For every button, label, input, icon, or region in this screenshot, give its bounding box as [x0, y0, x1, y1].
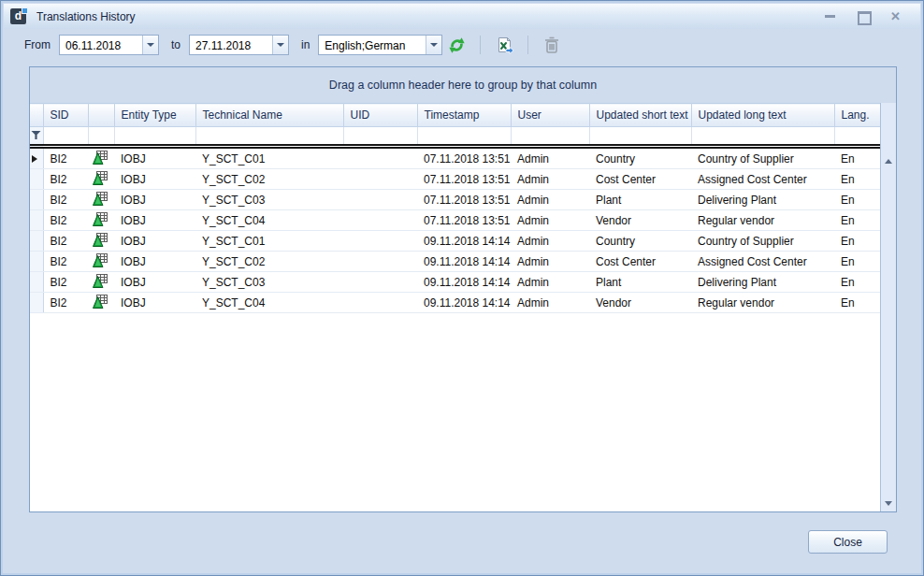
- row-indicator: [30, 147, 43, 169]
- export-to-excel-button[interactable]: [492, 34, 516, 56]
- minimize-button[interactable]: [824, 11, 836, 22]
- from-date-value[interactable]: 06.11.2018: [60, 36, 142, 54]
- infoobject-icon: [93, 273, 108, 289]
- cell-uid: [343, 293, 417, 313]
- cell-lang: En: [834, 231, 880, 252]
- cell-sid: BI2: [43, 272, 88, 293]
- filter-cell-entity-type[interactable]: [114, 127, 195, 147]
- cell-timestamp: 09.11.2018 14:14: [417, 231, 511, 252]
- language-dropdown-button[interactable]: [426, 36, 441, 54]
- column-header-icon[interactable]: [88, 104, 114, 127]
- cell-timestamp: 07.11.2018 13:51: [417, 169, 511, 190]
- to-date-value[interactable]: 27.11.2018: [190, 36, 272, 54]
- filter-cell-technical-name[interactable]: [195, 127, 343, 147]
- table-row[interactable]: BI2 IOBJY_SCT_C0407.11.2018 13:51AdminVe…: [30, 210, 880, 231]
- triangle-down-icon: [885, 501, 892, 510]
- title-bar: d Translations History ✕: [4, 4, 920, 29]
- cell-icon: [88, 293, 114, 313]
- vertical-scrollbar[interactable]: [880, 103, 896, 511]
- cell-icon: [88, 272, 114, 293]
- chevron-down-icon: [430, 43, 438, 50]
- column-header-uid[interactable]: UID: [343, 104, 417, 127]
- cell-timestamp: 07.11.2018 13:51: [417, 210, 511, 231]
- filter-cell-uid[interactable]: [343, 127, 417, 147]
- cell-technical-name: Y_SCT_C01: [195, 231, 343, 252]
- filter-funnel-icon: [31, 130, 41, 140]
- window-title: Translations History: [36, 10, 136, 23]
- cell-lang: En: [834, 210, 880, 231]
- scroll-up-button[interactable]: [881, 153, 896, 168]
- cell-long-text: Delivering Plant: [691, 272, 834, 293]
- column-header-updated-long-text[interactable]: Updated long text: [691, 104, 834, 127]
- close-window-button[interactable]: ✕: [889, 11, 902, 22]
- row-indicator: [30, 210, 43, 231]
- translations-grid: Drag a column header here to group by th…: [29, 66, 897, 512]
- refresh-button[interactable]: [444, 34, 469, 56]
- table-row[interactable]: BI2 IOBJY_SCT_C0309.11.2018 14:14AdminPl…: [30, 272, 880, 293]
- cell-lang: En: [834, 272, 880, 293]
- toolbar: From 06.11.2018 to 27.11.2018 in English…: [4, 29, 920, 61]
- translations-history-window: d Translations History ✕ From 06.11.2018…: [0, 0, 924, 576]
- column-header-lang[interactable]: Lang.: [834, 104, 880, 127]
- table-row[interactable]: BI2 IOBJY_SCT_C0307.11.2018 13:51AdminPl…: [30, 190, 880, 210]
- cell-short-text: Vendor: [589, 210, 691, 231]
- filter-cell-updated-short-text[interactable]: [589, 127, 691, 147]
- cell-long-text: Regular vendor: [691, 293, 834, 313]
- column-header-entity-type[interactable]: Entity Type: [114, 104, 195, 127]
- triangle-up-icon: [885, 155, 892, 164]
- row-indicator: [30, 190, 43, 210]
- maximize-button[interactable]: [857, 11, 869, 22]
- language-combo[interactable]: English;German: [318, 35, 442, 55]
- cell-icon: [88, 147, 114, 169]
- filter-cell-icon[interactable]: [88, 127, 114, 147]
- scroll-down-button[interactable]: [881, 497, 896, 511]
- cell-long-text: Assigned Cost Center: [691, 169, 834, 190]
- column-header-timestamp[interactable]: Timestamp: [417, 104, 511, 127]
- cell-technical-name: Y_SCT_C01: [195, 147, 343, 169]
- column-header-technical-name[interactable]: Technical Name: [195, 104, 343, 127]
- delete-button[interactable]: [540, 34, 564, 56]
- cell-short-text: Country: [589, 231, 691, 252]
- table-row[interactable]: BI2 IOBJY_SCT_C0209.11.2018 14:14AdminCo…: [30, 252, 880, 272]
- infoobject-icon: [93, 150, 108, 166]
- column-header-updated-short-text[interactable]: Updated short text: [589, 104, 691, 127]
- column-header-sid[interactable]: SID: [43, 104, 88, 127]
- filter-cell-lang[interactable]: [834, 127, 880, 147]
- filter-cell-sid[interactable]: [43, 127, 88, 147]
- table-row[interactable]: BI2 IOBJY_SCT_C0107.11.2018 13:51AdminCo…: [30, 147, 880, 169]
- filter-row-indicator: [30, 127, 43, 147]
- from-date-editor[interactable]: 06.11.2018: [59, 35, 159, 55]
- cell-sid: BI2: [43, 231, 88, 252]
- cell-technical-name: Y_SCT_C03: [195, 272, 343, 293]
- filter-cell-user[interactable]: [511, 127, 589, 147]
- to-label: to: [171, 38, 180, 51]
- to-date-editor[interactable]: 27.11.2018: [189, 35, 289, 55]
- infoobject-icon: [93, 211, 108, 227]
- cell-sid: BI2: [43, 293, 88, 313]
- column-header-user[interactable]: User: [511, 104, 589, 127]
- cell-technical-name: Y_SCT_C04: [195, 210, 343, 231]
- cell-technical-name: Y_SCT_C02: [195, 252, 343, 272]
- group-by-panel[interactable]: Drag a column header here to group by th…: [30, 67, 896, 103]
- from-date-dropdown-button[interactable]: [142, 36, 158, 54]
- table-row[interactable]: BI2 IOBJY_SCT_C0207.11.2018 13:51AdminCo…: [30, 169, 880, 190]
- language-combo-value[interactable]: English;German: [319, 36, 426, 54]
- infoobject-icon: [93, 232, 108, 248]
- filter-cell-updated-long-text[interactable]: [691, 127, 834, 147]
- chevron-down-icon: [147, 43, 154, 50]
- close-button[interactable]: Close: [808, 530, 888, 554]
- cell-user: Admin: [511, 252, 589, 272]
- filter-cell-timestamp[interactable]: [417, 127, 511, 147]
- cell-long-text: Country of Supplier: [691, 231, 834, 252]
- cell-sid: BI2: [43, 210, 88, 231]
- to-date-dropdown-button[interactable]: [272, 36, 288, 54]
- cell-long-text: Assigned Cost Center: [691, 252, 834, 272]
- table-row[interactable]: BI2 IOBJY_SCT_C0109.11.2018 14:14AdminCo…: [30, 231, 880, 252]
- cell-lang: En: [834, 190, 880, 210]
- cell-timestamp: 09.11.2018 14:14: [417, 272, 511, 293]
- indicator-header-cell: [30, 104, 43, 127]
- from-label: From: [24, 38, 51, 51]
- row-indicator: [30, 293, 43, 313]
- cell-lang: En: [834, 293, 880, 313]
- table-row[interactable]: BI2 IOBJY_SCT_C0409.11.2018 14:14AdminVe…: [30, 293, 880, 313]
